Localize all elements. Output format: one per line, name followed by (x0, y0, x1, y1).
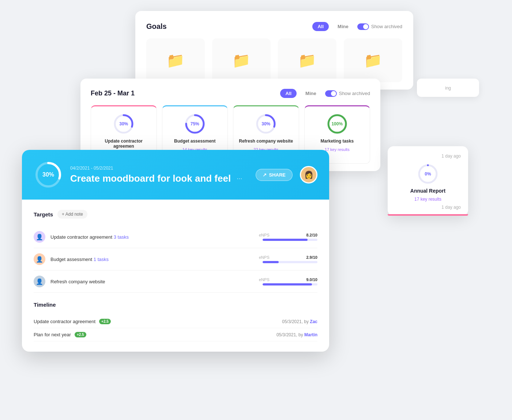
metric-header-2: eNPS 2.9/10 (259, 255, 317, 260)
right-donut-ring: 0% (417, 163, 439, 185)
annual-report-bottom-time: 1 day ago (395, 205, 461, 210)
user-avatar: 👩 (300, 166, 317, 183)
target-name-2: Budget assessment 1 tasks (50, 257, 254, 262)
more-options-icon[interactable]: ··· (237, 175, 242, 182)
targets-title: Targets (34, 211, 53, 217)
goal-name-2: Budget assessment (174, 139, 215, 144)
moodboard-body: Targets + Add note 👤 Update contractor a… (22, 200, 329, 352)
targets-section-header: Targets + Add note (34, 210, 317, 219)
progress-bar-3 (263, 283, 317, 285)
show-archived-label: Show archived (371, 24, 402, 29)
target-row-3: 👤 Refresh company website eNPS 9.0/10 (34, 270, 317, 293)
moodboard-title: Create moodboard for look and feel (70, 173, 231, 184)
goals-title: Goals (146, 22, 167, 31)
donut-1: 30% (113, 113, 135, 135)
donut-label-4: 100% (331, 121, 343, 126)
timeline-name-1: Update contractor agreement (34, 319, 95, 324)
goals-filter: All Mine Show archived (312, 22, 402, 31)
folder-item: 📁 (212, 38, 271, 82)
toggle-switch[interactable] (357, 23, 369, 30)
target-metric-1: eNPS 8.2/10 (259, 233, 317, 241)
timeline-left-2: Plan for next year +2.5 (34, 332, 86, 337)
right-card-time-ago: 1 day ago (395, 154, 461, 159)
folder-icon: 📁 (232, 52, 251, 69)
share-icon: ↗ (263, 172, 267, 178)
mid-show-archived[interactable]: Show archived (325, 90, 370, 97)
folder-item: 📁 (344, 38, 402, 82)
progress-bar-1 (263, 239, 317, 241)
target-metric-2: eNPS 2.9/10 (259, 255, 317, 263)
partial-right-card: ing (417, 79, 479, 97)
target-avatar-3: 👤 (34, 276, 45, 287)
front-percent: 30% (42, 171, 54, 178)
target-link-2[interactable]: 1 tasks (94, 257, 109, 262)
front-progress-ring: 30% (34, 160, 63, 189)
timeline-author-1: Zac (310, 319, 317, 324)
avatar-emoji: 👩 (304, 170, 313, 179)
target-name-1: Update contractor agreement 3 tasks (50, 234, 254, 240)
folder-item: 📁 (278, 38, 336, 82)
target-link-1[interactable]: 3 tasks (114, 234, 129, 240)
timeline-right-2: 05/3/2021, by Martin (276, 332, 317, 337)
share-label: SHARE (269, 172, 286, 178)
add-note-button[interactable]: + Add note (57, 210, 87, 219)
annual-report-card: 1 day ago 0% Annual Report 17 key result… (388, 146, 468, 216)
show-archived-toggle[interactable]: Show archived (357, 23, 402, 30)
mid-filter-all-btn[interactable]: All (280, 89, 297, 98)
metric-label-2: eNPS (259, 255, 270, 260)
share-button[interactable]: ↗ SHARE (256, 169, 293, 181)
timeline-author-2: Martin (304, 332, 317, 337)
timeline-header: Timeline (34, 302, 317, 308)
folder-icon: 📁 (364, 52, 382, 69)
annual-report-name: Annual Report (410, 188, 445, 194)
goals-card: Goals All Mine Show archived 📁 📁 📁 📁 (135, 11, 413, 90)
metric-header-3: eNPS 9.0/10 (259, 277, 317, 282)
metric-value-2: 2.9/10 (306, 255, 317, 260)
filter-mine-btn[interactable]: Mine (332, 22, 354, 31)
mid-show-archived-label: Show archived (339, 91, 370, 96)
weekly-header: Feb 25 - Mar 1 All Mine Show archived (91, 89, 370, 98)
target-row-1: 👤 Update contractor agreement 3 tasks eN… (34, 226, 317, 248)
goals-header: Goals All Mine Show archived (146, 22, 402, 31)
target-name-3: Refresh company website (50, 279, 254, 284)
moodboard-card: 30% 04/2/2021 - 05/2/2021 Create moodboa… (22, 150, 329, 352)
timeline-badge-2: +2.5 (75, 332, 86, 337)
donut-label-3: 30% (261, 121, 270, 126)
timeline-section: Timeline Update contractor agreement +2.… (34, 302, 317, 341)
timeline-right-1: 05/3/2021, by Zac (282, 319, 317, 324)
metric-label-1: eNPS (259, 233, 270, 237)
target-metric-3: eNPS 9.0/10 (259, 277, 317, 285)
target-avatar-1: 👤 (34, 231, 45, 243)
donut-label-1: 30% (119, 121, 128, 126)
progress-bar-2 (263, 261, 317, 263)
partial-text: ing (445, 86, 451, 91)
right-donut-label: 0% (425, 171, 431, 177)
date-range: Feb 25 - Mar 1 (91, 90, 135, 97)
donut-4: 100% (326, 113, 348, 135)
annual-report-key-results: 17 key results (414, 197, 441, 202)
timeline-name-2: Plan for next year (34, 332, 71, 337)
timeline-row-1: Update contractor agreement +2.5 05/3/20… (34, 315, 317, 328)
right-donut: 0% Annual Report 17 key results (395, 163, 461, 202)
metric-header-1: eNPS 8.2/10 (259, 233, 317, 237)
pink-accent-bar (388, 214, 468, 216)
goals-folders: 📁 📁 📁 📁 (146, 38, 402, 82)
goal-name-4: Marketing tasks (320, 139, 354, 144)
mid-filter-mine-btn[interactable]: Mine (300, 89, 321, 98)
timeline-badge-1: +2.5 (99, 319, 111, 324)
mid-toggle-switch[interactable] (325, 90, 337, 97)
progress-fill-3 (263, 283, 312, 285)
progress-fill-2 (263, 261, 279, 263)
metric-value-3: 9.0/10 (306, 277, 317, 282)
goal-name-1: Update contractor agreemen (96, 139, 151, 149)
metric-value-1: 8.2/10 (306, 233, 317, 237)
moodboard-header: 30% 04/2/2021 - 05/2/2021 Create moodboa… (22, 150, 329, 200)
timeline-row-2: Plan for next year +2.5 05/3/2021, by Ma… (34, 328, 317, 341)
timeline-title: Timeline (34, 302, 56, 308)
mid-filter: All Mine Show archived (280, 89, 370, 98)
folder-icon: 📁 (166, 52, 185, 69)
goal-name-3: Refresh company website (239, 139, 293, 144)
filter-all-btn[interactable]: All (312, 22, 329, 31)
target-row-2: 👤 Budget assessment 1 tasks eNPS 2.9/10 (34, 248, 317, 270)
donut-label-2: 75% (191, 121, 199, 126)
